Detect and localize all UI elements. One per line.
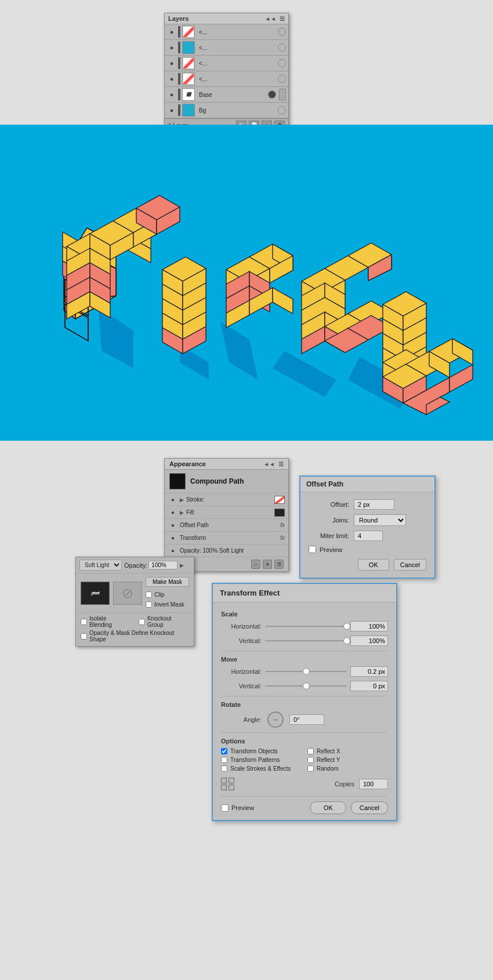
reflect-x-checkbox[interactable] [307,748,314,754]
eye-icon-5[interactable]: ● [167,91,176,98]
move-vertical-row: Vertical: [221,681,388,691]
invert-mask-checkbox[interactable] [146,601,152,608]
isolate-blending-checkbox[interactable] [81,619,87,625]
opacity-mask-checkbox[interactable] [81,633,87,640]
miter-input[interactable] [354,531,383,541]
options-section-label: Options [221,738,388,745]
offset-ok-button[interactable]: OK [358,559,389,571]
offset-cancel-button[interactable]: Cancel [394,559,426,571]
move-v-slider-container[interactable] [265,685,347,687]
fill-swatch[interactable] [274,509,285,517]
transform-cancel-button[interactable]: Cancel [351,801,388,814]
offset-preview-checkbox[interactable] [309,546,316,553]
transform-objects-checkbox[interactable] [221,748,227,754]
transform-patterns-checkbox[interactable] [221,757,227,763]
move-h-input[interactable] [350,666,388,677]
move-v-thumb[interactable] [303,683,310,689]
angle-input[interactable] [289,714,324,725]
move-v-slider[interactable] [265,685,347,687]
layer-row-4[interactable]: ● <... [165,71,288,87]
transform-preview-checkbox[interactable] [221,804,229,812]
transform-eye-icon[interactable]: ● [168,535,177,541]
transform-panel-header: Transform Effect [213,584,396,602]
appearance-collapse-icon[interactable]: ◄◄ [263,461,275,467]
copies-row: Copies [221,778,388,790]
offset-value-input[interactable] [354,499,394,510]
appearance-stroke-row[interactable]: ● ▶ Stroke: [165,493,288,506]
fill-expand-arrow[interactable]: ▶ [180,510,184,516]
move-v-input[interactable] [350,681,388,691]
transform-panel-title: Transform Effect [220,589,280,597]
appearance-opacity-row[interactable]: ● Opacity: 100% Soft Light [165,545,288,557]
add-effect-btn[interactable]: ○ [251,560,260,569]
layers-menu-icon[interactable]: ☰ [280,16,285,22]
scale-horizontal-row: Horizontal: [221,621,388,631]
layers-panel: Layers ◄◄ ☰ ● <... ● <... ● <... ● [164,13,289,132]
random-label: Random [317,765,339,772]
stroke-label: Stroke: [186,496,272,503]
appearance-header-icons: ◄◄ ☰ [263,461,284,467]
appearance-offset-path-row[interactable]: ● Offset Path fx [165,519,288,532]
rotate-dial[interactable]: − [267,712,284,728]
isolate-blending-row: Isolate Blending Knockout Group [81,615,189,628]
scale-strokes-checkbox[interactable] [221,765,227,772]
transform-footer: Preview OK Cancel [221,796,388,814]
scale-v-thumb[interactable] [343,637,350,644]
copies-input[interactable] [359,779,388,789]
offset-value-row: Offset: [309,499,426,510]
layer-color-bar-5 [178,89,180,100]
appearance-menu-icon[interactable]: ☰ [278,461,284,467]
scale-vertical-row: Vertical: [221,636,388,646]
layers-collapse-icon[interactable]: ◄◄ [264,16,276,22]
make-mask-button[interactable]: Make Mask [146,577,189,587]
appearance-fill-row[interactable]: ● ▶ Fill: [165,506,288,519]
random-checkbox[interactable] [307,765,314,772]
scale-h-slider-container[interactable] [265,626,347,627]
eye-icon-4[interactable]: ● [167,75,176,82]
scale-v-slider[interactable] [265,640,347,641]
knockout-checkbox[interactable] [139,619,145,625]
opacity-eye-icon[interactable]: ● [168,547,177,554]
move-h-slider-container[interactable] [265,671,347,672]
offset-eye-icon[interactable]: ● [168,522,177,528]
scale-v-input[interactable] [350,636,388,646]
opacity-input[interactable] [148,561,177,569]
offset-fx-icon[interactable]: fx [280,522,285,528]
effect-menu-btn[interactable]: ☰ [274,560,284,569]
layer-name-6: Bg [197,107,276,114]
layer-row-5[interactable]: ● ⬛ Base [165,87,288,103]
layer-row-2[interactable]: ● <... [165,40,288,56]
angle-label: Angle: [221,716,262,723]
transform-panel-body: Scale Horizontal: Vertical: Move Horizon… [213,602,396,820]
transform-preview-label: Preview [231,804,254,811]
blend-mode-select[interactable]: Soft Light [79,560,122,571]
scale-h-thumb[interactable] [343,623,350,630]
move-h-slider[interactable] [265,671,347,672]
layer-row-3[interactable]: ● <... [165,56,288,71]
reflect-y-checkbox[interactable] [307,757,314,763]
appearance-panel: Appearance ◄◄ ☰ Compound Path ● ▶ Stroke… [164,458,289,572]
eye-icon-2[interactable]: ● [167,44,176,51]
clip-checkbox[interactable] [146,591,152,598]
svg-marker-4 [273,351,336,397]
appearance-transform-row[interactable]: ● Transform fx [165,532,288,545]
opacity-arrow[interactable]: ▶ [180,562,184,568]
fill-eye-icon[interactable]: ● [168,509,177,516]
stroke-swatch[interactable] [274,496,285,504]
scale-v-slider-container[interactable] [265,640,347,641]
move-h-thumb[interactable] [303,668,310,675]
scale-h-input[interactable] [350,621,388,631]
stroke-expand-arrow[interactable]: ▶ [180,497,184,503]
layer-row-1[interactable]: ● <... [165,24,288,40]
layer-thumbnail: pixel [81,582,110,605]
stroke-eye-icon[interactable]: ● [168,496,177,503]
eye-icon-3[interactable]: ● [167,60,176,67]
layer-row-6[interactable]: ● Bg [165,103,288,118]
delete-effect-btn[interactable]: ✕ [263,560,272,569]
eye-icon-6[interactable]: ● [167,107,176,114]
joins-select[interactable]: Round Miter Bevel [354,514,406,526]
transform-fx-icon[interactable]: fx [280,535,285,541]
scale-h-slider[interactable] [265,626,347,627]
eye-icon-1[interactable]: ● [167,28,176,35]
transform-ok-button[interactable]: OK [310,801,346,814]
